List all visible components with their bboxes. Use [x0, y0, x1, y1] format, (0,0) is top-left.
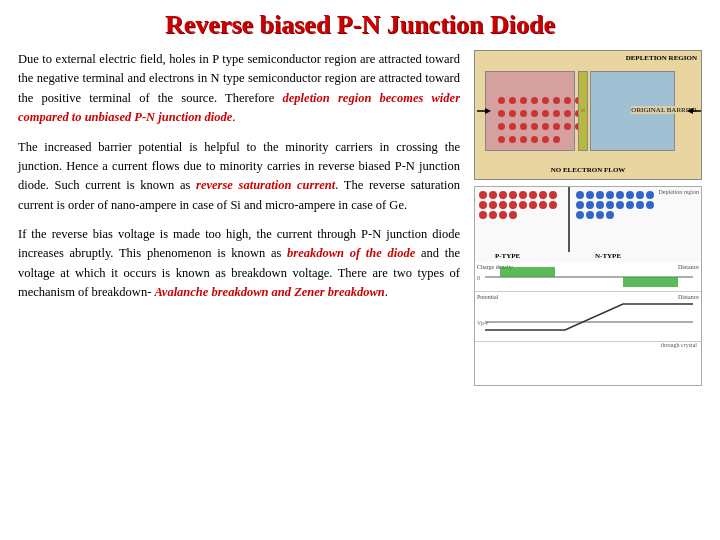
n-type-label: N-TYPE — [595, 252, 621, 260]
paragraph-3: If the reverse bias voltage is made too … — [18, 225, 460, 303]
depletion-region-label2: Depletion region — [659, 189, 700, 195]
potential-svg: Vp-v — [475, 292, 701, 341]
svg-marker-3 — [687, 108, 693, 114]
through-crystal-label: through crystal — [475, 342, 701, 349]
n-type-section — [572, 187, 667, 252]
diagram-charge-potential: P-TYPE N-TYPE Depletion region Charge de… — [474, 186, 702, 386]
svg-rect-5 — [500, 267, 555, 277]
paragraph-1: Due to external electric field, holes in… — [18, 50, 460, 128]
svg-marker-1 — [485, 108, 491, 114]
diagram-pn-junction: ||| DEPLETION REGION ORIGINAL BARRIER NO… — [474, 50, 702, 180]
svg-text:0: 0 — [477, 275, 480, 281]
content-area: Due to external electric field, holes in… — [18, 50, 702, 386]
para3-italic1: breakdown of the diode — [287, 246, 415, 260]
page-title: Reverse biased P-N Junction Diode — [18, 10, 702, 40]
p-type-section — [475, 187, 570, 252]
charge-density-graph: Charge density Distance 0 — [475, 262, 701, 292]
svg-text:Vp-v: Vp-v — [477, 320, 489, 326]
para1-text-after: . — [232, 110, 235, 124]
para3-text-end: . — [385, 285, 388, 299]
charge-density-svg: 0 — [475, 262, 701, 291]
paragraph-2: The increased barrier potential is helpf… — [18, 138, 460, 216]
diagram1-svg — [475, 51, 701, 179]
para2-italic: reverse saturation current — [196, 178, 335, 192]
para3-italic2: Avalanche breakdown and Zener breakdown — [154, 285, 384, 299]
right-diagrams-column: ||| DEPLETION REGION ORIGINAL BARRIER NO… — [474, 50, 702, 386]
left-text-column: Due to external electric field, holes in… — [18, 50, 460, 386]
diag2-junction-view: P-TYPE N-TYPE Depletion region — [475, 187, 701, 262]
potential-graph: Potential Distance Vp-v — [475, 292, 701, 342]
page: Reverse biased P-N Junction Diode Due to… — [0, 0, 720, 540]
svg-rect-6 — [623, 277, 678, 287]
p-type-label: P-TYPE — [495, 252, 520, 260]
